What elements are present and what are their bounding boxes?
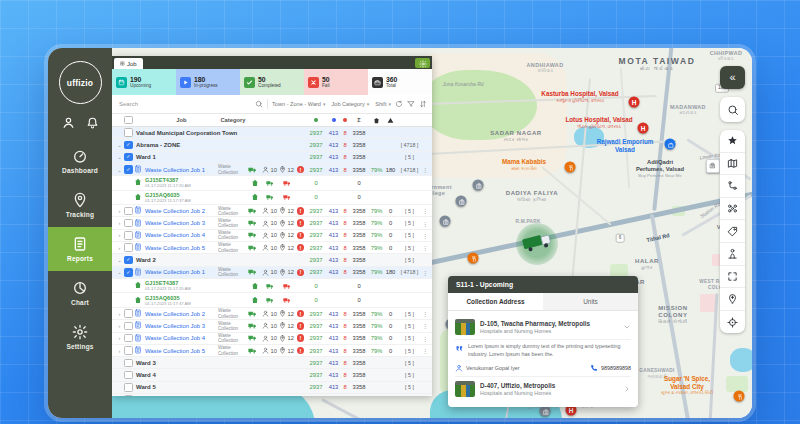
job-name-link[interactable]: Waste Collection Job 1 (145, 269, 218, 275)
row-checkbox[interactable] (124, 309, 133, 318)
route-waypoints-icon[interactable] (720, 175, 745, 198)
collection-address-item[interactable]: D-407, Uffizio, Metropolis Hospitals and… (455, 377, 631, 401)
label-tag-icon[interactable] (720, 220, 745, 243)
favorites-star-icon[interactable] (720, 130, 745, 153)
map-search-button[interactable] (720, 97, 745, 122)
expand-caret[interactable]: ⌄ (116, 257, 123, 263)
tab-units[interactable]: Units (543, 293, 638, 310)
vehicle-name[interactable]: GJ15AQ603501-17-2023 11:17:37 AM (145, 192, 248, 203)
job-name-link[interactable]: Waste Collection Job 5 (145, 245, 218, 251)
hospital-marker-icon[interactable]: H (638, 123, 649, 134)
phone-icon[interactable] (590, 364, 598, 372)
filter-funnel-icon[interactable] (407, 100, 415, 108)
table-row[interactable]: GJ15ET438701-17-2023 11:17:20 AM00 (112, 279, 432, 294)
add-location-icon[interactable] (720, 288, 745, 311)
food-marker-icon[interactable] (468, 253, 479, 264)
row-menu-icon[interactable]: ⋮ (422, 310, 428, 317)
vehicle-truck-marker[interactable] (520, 232, 554, 256)
table-row[interactable]: Ward 4293741383358[ 5 ] (112, 369, 432, 381)
job-name-link[interactable]: Waste Collection Job 3 (145, 220, 218, 226)
sort-icon[interactable] (419, 100, 427, 108)
row-checkbox[interactable] (124, 383, 133, 392)
vehicle-name[interactable]: GJ15AQ603501-17-2023 11:17:37 AM (145, 295, 248, 306)
status-tab-upcoming[interactable]: 190Upcoming (112, 69, 176, 95)
table-row[interactable]: Ward 6293741383358[ 5 ] (112, 394, 432, 396)
table-row[interactable]: Valsad Municipal Corporation Town2937413… (112, 127, 432, 139)
civic-marker-icon[interactable] (540, 406, 551, 417)
filter-dropdown[interactable]: Town - Zone - Ward▾ (272, 101, 325, 107)
civic-marker-icon[interactable] (456, 196, 467, 207)
job-name-link[interactable]: Waste Collection Job 2 (145, 208, 218, 214)
row-menu-icon[interactable]: ⋮ (422, 322, 428, 329)
table-row[interactable]: ›Waste Collection Job 4Waste Collection1… (112, 333, 432, 345)
table-row[interactable]: ⌄Ward 1293741383358[ 5 ] (112, 152, 432, 164)
row-checkbox[interactable] (124, 165, 133, 174)
table-row[interactable]: ›Waste Collection Job 5Waste Collection1… (112, 242, 432, 254)
vehicle-name[interactable]: GJ15ET438701-17-2023 11:17:20 AM (145, 177, 248, 188)
expand-caret[interactable]: › (116, 335, 123, 341)
shop-marker-icon[interactable] (665, 139, 676, 150)
table-row[interactable]: ›Waste Collection Job 3Waste Collection1… (112, 320, 432, 332)
table-row[interactable]: Ward 3293741383358[ 5 ] (112, 357, 432, 369)
row-menu-icon[interactable]: ⋮ (422, 269, 428, 276)
table-row[interactable]: ›Waste Collection Job 2Waste Collection1… (112, 205, 432, 217)
building-marker-icon[interactable] (706, 159, 720, 173)
row-menu-icon[interactable]: ⋮ (422, 232, 428, 239)
table-row[interactable]: ⌄Ward 2293741383358[ 5 ] (112, 254, 432, 266)
row-checkbox[interactable] (124, 141, 133, 150)
chevron-right-icon[interactable] (623, 385, 631, 393)
filter-dropdown[interactable]: Shift▾ (375, 101, 391, 107)
row-menu-icon[interactable]: ⋮ (422, 207, 428, 214)
status-tab-in-progress[interactable]: 180In-progress (176, 69, 240, 95)
table-row[interactable]: ⌄Waste Collection Job 1Waste Collection1… (112, 267, 432, 279)
row-menu-icon[interactable]: ⋮ (422, 244, 428, 251)
chevron-down-icon[interactable] (623, 323, 631, 331)
expand-caret[interactable]: › (116, 220, 123, 226)
row-checkbox[interactable] (124, 207, 133, 216)
expand-caret[interactable]: › (116, 348, 123, 354)
status-tab-total[interactable]: 360Total (368, 69, 432, 95)
row-checkbox[interactable] (124, 334, 133, 343)
row-menu-icon[interactable]: ⋮ (422, 347, 428, 354)
row-checkbox[interactable] (124, 219, 133, 228)
table-row[interactable]: ⌄Abrama - ZONE293741383358[ 4718 ] (112, 139, 432, 151)
fit-screen-icon[interactable] (720, 266, 745, 289)
row-checkbox[interactable] (124, 256, 133, 265)
table-row[interactable]: ›Waste Collection Job 2Waste Collection1… (112, 308, 432, 320)
row-checkbox[interactable] (124, 128, 133, 137)
vehicle-name[interactable]: GJ15ET438701-17-2023 11:17:20 AM (145, 280, 248, 291)
collection-address-item[interactable]: D-105, Twacha Pharmacy, Metropolis Hospi… (455, 315, 631, 339)
row-menu-icon[interactable]: ⋮ (422, 220, 428, 227)
row-menu-icon[interactable]: ⋮ (422, 166, 428, 173)
sidebar-item-reports[interactable]: Reports (48, 227, 112, 271)
select-all-checkbox[interactable] (124, 116, 133, 125)
job-window-tab[interactable]: Job (114, 58, 143, 69)
collapse-panel-button[interactable]: « (720, 66, 745, 89)
notifications-bell-icon[interactable] (86, 116, 99, 129)
table-row[interactable]: ⌄Waste Collection Job 1Waste Collection1… (112, 164, 432, 176)
row-checkbox[interactable] (124, 359, 133, 368)
row-checkbox[interactable] (124, 395, 133, 396)
expand-caret[interactable]: › (116, 323, 123, 329)
status-tab-fail[interactable]: 50Fail (304, 69, 368, 95)
drone-view-icon[interactable] (720, 198, 745, 221)
filter-dropdown[interactable]: Job Category▾ (331, 101, 369, 107)
job-name-link[interactable]: Waste Collection Job 4 (145, 232, 218, 238)
table-row[interactable]: GJ15ET438701-17-2023 11:17:20 AM00 (112, 176, 432, 191)
table-row[interactable]: ›Waste Collection Job 4Waste Collection1… (112, 230, 432, 242)
row-checkbox[interactable] (124, 153, 133, 162)
row-checkbox[interactable] (124, 268, 133, 277)
sidebar-item-settings[interactable]: Settings (48, 315, 112, 359)
sidebar-item-dashboard[interactable]: Dashboard (48, 139, 112, 183)
food-marker-icon[interactable] (734, 391, 745, 402)
sidebar-item-chart[interactable]: Chart (48, 271, 112, 315)
expand-caret[interactable]: › (116, 311, 123, 317)
civic-marker-icon[interactable] (473, 180, 484, 191)
table-row[interactable]: Ward 5293741383358[ 5 ] (112, 382, 432, 394)
expand-caret[interactable]: › (116, 245, 123, 251)
job-name-link[interactable]: Waste Collection Job 4 (145, 335, 218, 341)
row-menu-icon[interactable]: ⋮ (422, 335, 428, 342)
expand-caret[interactable]: ⌄ (116, 269, 123, 275)
table-row[interactable]: ›Waste Collection Job 3Waste Collection1… (112, 217, 432, 229)
user-profile-icon[interactable] (62, 116, 75, 129)
